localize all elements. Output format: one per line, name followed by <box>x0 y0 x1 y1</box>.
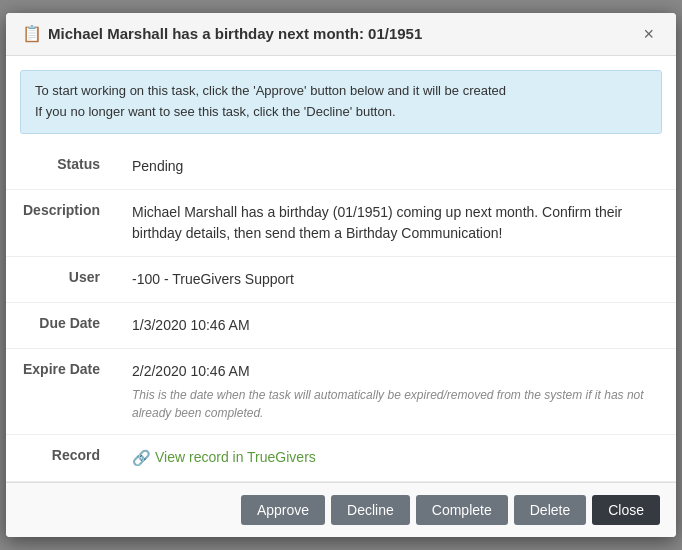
banner-line2: If you no longer want to see this task, … <box>35 102 647 123</box>
decline-button[interactable]: Decline <box>331 495 410 525</box>
approve-button[interactable]: Approve <box>241 495 325 525</box>
expire-date-value: 2/2/2020 10:46 AM This is the date when … <box>116 348 676 434</box>
status-row: Status Pending <box>6 144 676 190</box>
task-modal: 📋 Michael Marshall has a birthday next m… <box>6 13 676 537</box>
record-label: Record <box>6 434 116 482</box>
user-value: -100 - TrueGivers Support <box>116 256 676 302</box>
expire-date-text: 2/2/2020 10:46 AM <box>132 361 660 382</box>
record-value: 🔗 View record in TrueGivers <box>116 434 676 482</box>
user-row: User -100 - TrueGivers Support <box>6 256 676 302</box>
expire-date-row: Expire Date 2/2/2020 10:46 AM This is th… <box>6 348 676 434</box>
modal-body: To start working on this task, click the… <box>6 70 676 482</box>
modal-close-x-button[interactable]: × <box>637 23 660 45</box>
modal-footer: Approve Decline Complete Delete Close <box>6 482 676 537</box>
complete-button[interactable]: Complete <box>416 495 508 525</box>
title-icon: 📋 <box>22 24 42 43</box>
info-banner: To start working on this task, click the… <box>20 70 662 134</box>
status-value: Pending <box>116 144 676 190</box>
description-label: Description <box>6 189 116 256</box>
expire-date-note: This is the date when the task will auto… <box>132 386 660 422</box>
record-row: Record 🔗 View record in TrueGivers <box>6 434 676 482</box>
link-icon: 🔗 <box>132 447 151 470</box>
expire-date-label: Expire Date <box>6 348 116 434</box>
modal-title-text: Michael Marshall has a birthday next mon… <box>48 25 422 42</box>
due-date-label: Due Date <box>6 302 116 348</box>
delete-button[interactable]: Delete <box>514 495 586 525</box>
modal-title: 📋 Michael Marshall has a birthday next m… <box>22 24 422 43</box>
banner-line1: To start working on this task, click the… <box>35 81 647 102</box>
due-date-row: Due Date 1/3/2020 10:46 AM <box>6 302 676 348</box>
user-label: User <box>6 256 116 302</box>
record-link[interactable]: 🔗 View record in TrueGivers <box>132 447 660 470</box>
due-date-value: 1/3/2020 10:46 AM <box>116 302 676 348</box>
fields-table: Status Pending Description Michael Marsh… <box>6 144 676 483</box>
status-label: Status <box>6 144 116 190</box>
description-row: Description Michael Marshall has a birth… <box>6 189 676 256</box>
description-value: Michael Marshall has a birthday (01/1951… <box>116 189 676 256</box>
modal-header: 📋 Michael Marshall has a birthday next m… <box>6 13 676 56</box>
record-link-text: View record in TrueGivers <box>155 447 316 468</box>
close-button[interactable]: Close <box>592 495 660 525</box>
